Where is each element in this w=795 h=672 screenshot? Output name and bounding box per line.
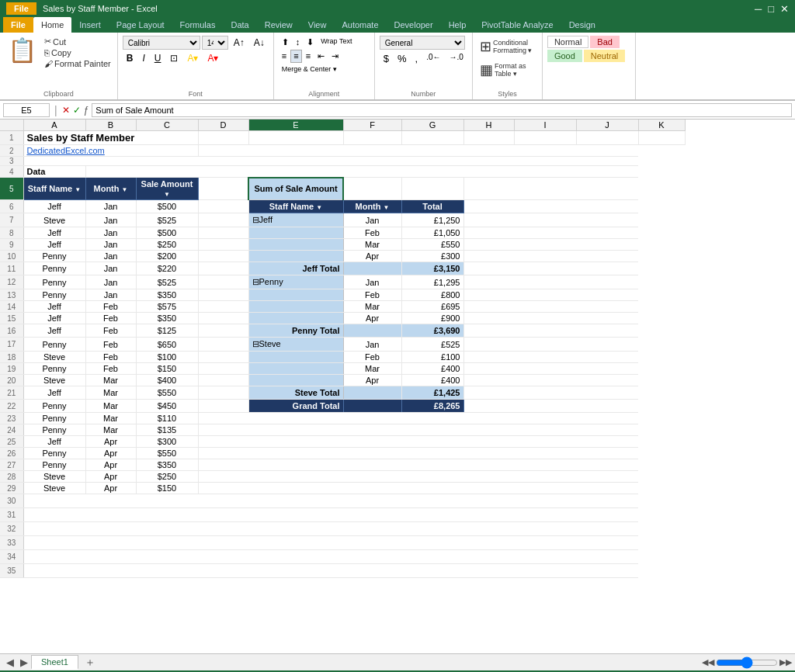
pivot-jeff-apr-month[interactable]: Apr xyxy=(343,251,401,262)
cell-d7[interactable] xyxy=(198,213,248,227)
col-header-g[interactable]: G xyxy=(401,120,463,131)
cell-a12[interactable]: Penny xyxy=(23,275,85,289)
align-center-btn[interactable]: ≡ xyxy=(290,50,301,63)
cell-a2[interactable]: DedicatedExcel.com xyxy=(23,145,198,157)
cell-b17[interactable]: Feb xyxy=(85,338,136,352)
pivot-jeff-total-label[interactable]: Jeff Total xyxy=(248,262,343,275)
cell-b21[interactable]: Mar xyxy=(85,386,136,400)
pivot-steve-mar-total[interactable]: £400 xyxy=(401,363,463,375)
align-bottom-btn[interactable]: ⬇ xyxy=(304,36,317,49)
col-header-i[interactable]: I xyxy=(514,120,576,131)
font-family-select[interactable]: Calibri xyxy=(123,36,200,50)
pivot-steve-name[interactable]: ⊟Steve xyxy=(248,338,343,352)
align-right-btn[interactable]: ≡ xyxy=(303,50,314,63)
align-middle-btn[interactable]: ↕ xyxy=(293,36,304,49)
cell-j1[interactable] xyxy=(576,131,638,145)
cell-a15[interactable]: Jeff xyxy=(23,313,85,324)
col-header-b[interactable]: B xyxy=(85,120,136,131)
add-sheet-btn[interactable]: ＋ xyxy=(80,654,100,671)
pivot-penny-total-blank[interactable] xyxy=(343,324,401,338)
pivot-penny-total-val[interactable]: £3,690 xyxy=(401,324,463,338)
pivot-penny-feb-month[interactable]: Feb xyxy=(343,289,401,301)
cell-c19[interactable]: $150 xyxy=(136,363,198,375)
cancel-icon[interactable]: ✕ xyxy=(62,105,70,116)
confirm-icon[interactable]: ✓ xyxy=(73,105,81,116)
comma-btn[interactable]: , xyxy=(411,51,422,66)
format-painter-button[interactable]: 🖌 Format Painter xyxy=(43,58,113,69)
cell-d22[interactable] xyxy=(198,400,248,413)
pivot-penny-apr-total[interactable]: £900 xyxy=(401,313,463,324)
cell-d20[interactable] xyxy=(198,375,248,386)
cell-c10[interactable]: $200 xyxy=(136,251,198,262)
cell-b18[interactable]: Feb xyxy=(85,352,136,363)
cell-d5[interactable] xyxy=(198,178,248,200)
cell-c9[interactable]: $250 xyxy=(136,239,198,251)
tab-design[interactable]: Design xyxy=(561,17,603,33)
pivot-jeff-name-r8[interactable] xyxy=(248,227,343,239)
pivot-col-staffname[interactable]: Staff Name ▼ xyxy=(248,200,343,213)
cell-a22[interactable]: Penny xyxy=(23,400,85,413)
pivot-penny-jan-total[interactable]: £1,295 xyxy=(401,275,463,289)
pivot-penny-mar-total[interactable]: £695 xyxy=(401,301,463,313)
cell-c6[interactable]: $500 xyxy=(136,200,198,213)
name-box[interactable] xyxy=(3,103,50,117)
cell-b20[interactable]: Mar xyxy=(85,375,136,386)
scroll-right-btn[interactable]: ▶▶ xyxy=(779,657,792,667)
pivot-penny-name-r15[interactable] xyxy=(248,313,343,324)
pivot-steve-jan-total[interactable]: £525 xyxy=(401,338,463,352)
cut-button[interactable]: ✂ Cut xyxy=(43,36,113,47)
cell-d13[interactable] xyxy=(198,289,248,301)
cell-a11[interactable]: Penny xyxy=(23,262,85,275)
pivot-steve-feb-total[interactable]: £100 xyxy=(401,352,463,363)
merge-center-btn[interactable]: Merge & Center ▾ xyxy=(279,64,340,74)
cell-d21[interactable] xyxy=(198,386,248,400)
cell-g5[interactable] xyxy=(401,178,463,200)
cell-b6[interactable]: Jan xyxy=(85,200,136,213)
cell-c21[interactable]: $550 xyxy=(136,386,198,400)
conditional-formatting-btn[interactable]: ⊞ConditionalFormatting ▾ xyxy=(477,36,537,57)
pivot-steve-name-r20[interactable] xyxy=(248,375,343,386)
tab-automate[interactable]: Automate xyxy=(334,17,386,33)
border-btn[interactable]: ⊡ xyxy=(166,51,182,65)
cell-c16[interactable]: $125 xyxy=(136,324,198,338)
pivot-penny-name-r13[interactable] xyxy=(248,289,343,301)
increase-decimal-btn[interactable]: →.0 xyxy=(446,51,467,66)
insert-function-icon[interactable]: ƒ xyxy=(84,105,89,116)
cell-g1[interactable] xyxy=(401,131,463,145)
cell-c13[interactable]: $350 xyxy=(136,289,198,301)
col-header-k[interactable]: K xyxy=(638,120,685,131)
pivot-steve-apr-month[interactable]: Apr xyxy=(343,375,401,386)
col-header-h[interactable]: H xyxy=(463,120,514,131)
cell-a5-header[interactable]: Staff Name ▼ xyxy=(23,178,85,200)
style-normal[interactable]: Normal xyxy=(547,36,588,48)
cell-b5-header[interactable]: Month ▼ xyxy=(85,178,136,200)
next-sheet-btn[interactable]: ▶ xyxy=(17,655,31,670)
cell-d12[interactable] xyxy=(198,275,248,289)
cell-a8[interactable]: Jeff xyxy=(23,227,85,239)
cell-c5-header[interactable]: Sale Amount ▼ xyxy=(136,178,198,200)
align-top-btn[interactable]: ⬆ xyxy=(279,36,292,49)
pivot-penny-name-r14[interactable] xyxy=(248,301,343,313)
cell-a14[interactable]: Jeff xyxy=(23,301,85,313)
wrap-text-btn[interactable]: Wrap Text xyxy=(318,36,355,49)
pivot-jeff-mar-month[interactable]: Mar xyxy=(343,239,401,251)
pivot-jeff-jan-total[interactable]: £1,250 xyxy=(401,213,463,227)
cell-b7[interactable]: Jan xyxy=(85,213,136,227)
pivot-steve-jan-month[interactable]: Jan xyxy=(343,338,401,352)
cell-c8[interactable]: $500 xyxy=(136,227,198,239)
pivot-steve-total-val[interactable]: £1,425 xyxy=(401,386,463,400)
cell-b12[interactable]: Jan xyxy=(85,275,136,289)
cell-h1[interactable] xyxy=(463,131,514,145)
decrease-decimal-btn[interactable]: .0← xyxy=(422,51,444,66)
scroll-left-btn[interactable]: ◀◀ xyxy=(702,657,714,667)
col-header-e[interactable]: E xyxy=(248,120,343,131)
italic-btn[interactable]: I xyxy=(138,51,148,65)
pivot-jeff-feb-month[interactable]: Feb xyxy=(343,227,401,239)
pivot-penny-total-label[interactable]: Penny Total xyxy=(248,324,343,338)
tab-view[interactable]: View xyxy=(300,17,335,33)
cell-c11[interactable]: $220 xyxy=(136,262,198,275)
percent-btn[interactable]: % xyxy=(394,51,411,66)
style-bad[interactable]: Bad xyxy=(590,36,620,48)
tab-file[interactable]: File xyxy=(3,17,33,33)
cell-d1[interactable] xyxy=(198,131,248,145)
